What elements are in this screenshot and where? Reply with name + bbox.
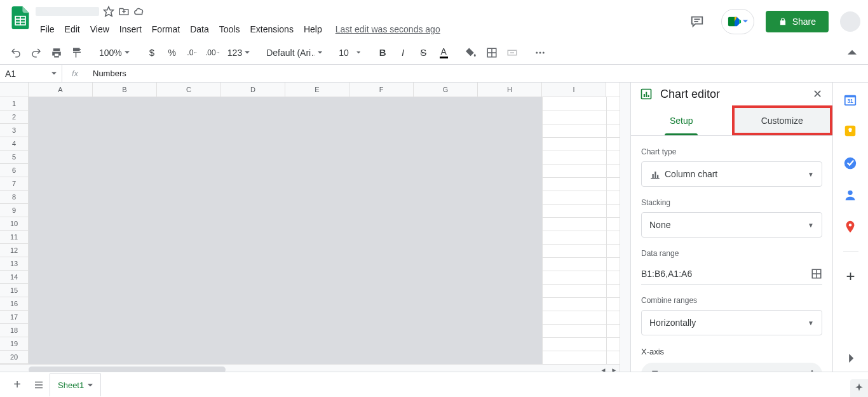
all-sheets-button[interactable] bbox=[28, 374, 50, 396]
row-header[interactable]: 8 bbox=[0, 191, 29, 204]
menu-format[interactable]: Format bbox=[147, 22, 184, 37]
menu-edit[interactable]: Edit bbox=[60, 22, 85, 37]
col-header[interactable]: E bbox=[285, 83, 349, 97]
row-header[interactable]: 6 bbox=[0, 164, 29, 177]
account-avatar[interactable] bbox=[840, 11, 860, 32]
chevron-down-icon[interactable] bbox=[88, 383, 93, 388]
col-header[interactable]: I bbox=[542, 83, 606, 97]
calendar-icon[interactable]: 31 bbox=[843, 93, 858, 108]
fill-color-button[interactable] bbox=[462, 44, 481, 62]
decrease-decimal-button[interactable]: .0← bbox=[183, 44, 202, 62]
data-range-field[interactable] bbox=[641, 263, 822, 285]
paint-format-button[interactable] bbox=[67, 44, 86, 62]
cloud-icon[interactable] bbox=[133, 6, 145, 17]
italic-button[interactable]: I bbox=[393, 44, 412, 62]
move-icon[interactable] bbox=[118, 6, 130, 17]
menu-view[interactable]: View bbox=[86, 22, 114, 37]
borders-button[interactable] bbox=[482, 44, 501, 62]
currency-button[interactable]: $ bbox=[142, 44, 161, 62]
stacking-dropdown[interactable]: None ▼ bbox=[641, 212, 822, 238]
strikethrough-button[interactable]: S bbox=[414, 44, 433, 62]
col-header[interactable]: F bbox=[349, 83, 414, 97]
scroll-right-icon[interactable]: ► bbox=[609, 365, 620, 372]
tasks-icon[interactable] bbox=[843, 156, 858, 172]
star-icon[interactable] bbox=[103, 6, 114, 17]
tab-setup[interactable]: Setup bbox=[631, 105, 732, 135]
sheet-tab[interactable]: Sheet1 bbox=[50, 373, 101, 396]
font-size-dropdown[interactable]: 10 bbox=[335, 44, 364, 62]
scroll-left-icon[interactable]: ◄ bbox=[598, 365, 609, 372]
menu-file[interactable]: File bbox=[36, 22, 59, 37]
chart-object[interactable] bbox=[29, 97, 542, 364]
merge-button[interactable] bbox=[503, 44, 522, 62]
close-button[interactable]: ✕ bbox=[813, 87, 822, 101]
collapse-toolbar-button[interactable] bbox=[843, 44, 862, 62]
row-header[interactable]: 11 bbox=[0, 231, 29, 244]
font-dropdown[interactable]: Default (Ari… bbox=[262, 44, 326, 62]
menu-tools[interactable]: Tools bbox=[215, 22, 245, 37]
row-header[interactable]: 12 bbox=[0, 244, 29, 257]
row-header[interactable]: 3 bbox=[0, 124, 29, 137]
sheets-logo[interactable] bbox=[8, 5, 33, 30]
add-addon-icon[interactable]: + bbox=[843, 269, 858, 284]
more-tools-button[interactable] bbox=[531, 44, 550, 62]
col-header[interactable]: G bbox=[414, 83, 478, 97]
text-color-button[interactable]: A bbox=[434, 44, 453, 62]
data-range-input[interactable] bbox=[641, 269, 811, 279]
row-header[interactable]: 13 bbox=[0, 257, 29, 271]
row-header[interactable]: 17 bbox=[0, 311, 29, 324]
menu-help[interactable]: Help bbox=[299, 22, 327, 37]
number-format-dropdown[interactable]: 123 bbox=[224, 44, 254, 62]
percent-button[interactable]: % bbox=[163, 44, 182, 62]
keep-icon[interactable] bbox=[843, 124, 858, 140]
row-header[interactable]: 5 bbox=[0, 151, 29, 164]
chart-type-dropdown[interactable]: Column chart ▼ bbox=[641, 161, 822, 187]
vertical-scrollbar[interactable] bbox=[620, 83, 630, 372]
redo-button[interactable] bbox=[27, 44, 46, 62]
row-header[interactable]: 4 bbox=[0, 137, 29, 151]
col-header[interactable]: B bbox=[93, 83, 157, 97]
tab-customize[interactable]: Customize bbox=[732, 105, 833, 135]
col-header[interactable]: C bbox=[157, 83, 221, 97]
row-header[interactable]: 18 bbox=[0, 324, 29, 337]
increase-decimal-button[interactable]: .00→ bbox=[203, 44, 222, 62]
row-header[interactable]: 14 bbox=[0, 271, 29, 284]
share-button[interactable]: Share bbox=[766, 11, 829, 32]
print-button[interactable] bbox=[47, 44, 66, 62]
select-all-corner[interactable] bbox=[0, 83, 29, 97]
row-header[interactable]: 20 bbox=[0, 351, 29, 364]
comments-button[interactable] bbox=[684, 9, 710, 34]
combine-dropdown[interactable]: Horizontally ▼ bbox=[641, 310, 822, 335]
name-box[interactable]: A1 bbox=[0, 65, 62, 82]
zoom-dropdown[interactable]: 100% bbox=[95, 44, 133, 62]
last-edit-link[interactable]: Last edit was seconds ago bbox=[336, 24, 440, 34]
undo-button[interactable] bbox=[6, 44, 25, 62]
collapse-rail-button[interactable] bbox=[846, 354, 855, 363]
spreadsheet-grid[interactable]: A B C D E F G H I 1 2 3 4 5 6 7 8 9 10 1… bbox=[0, 83, 620, 372]
col-header[interactable]: A bbox=[29, 83, 93, 97]
row-header[interactable]: 2 bbox=[0, 111, 29, 124]
bold-button[interactable]: B bbox=[373, 44, 392, 62]
row-header[interactable]: 1 bbox=[0, 97, 29, 111]
row-header[interactable]: 9 bbox=[0, 204, 29, 217]
xaxis-chip[interactable]: Alphabets bbox=[641, 363, 822, 372]
row-header[interactable]: 19 bbox=[0, 337, 29, 351]
row-header[interactable]: 10 bbox=[0, 217, 29, 231]
select-range-button[interactable] bbox=[811, 268, 822, 279]
row-header[interactable]: 15 bbox=[0, 284, 29, 297]
contacts-icon[interactable] bbox=[843, 188, 858, 203]
row-header[interactable]: 7 bbox=[0, 177, 29, 191]
col-header[interactable]: D bbox=[221, 83, 285, 97]
explore-button[interactable] bbox=[850, 379, 868, 397]
add-sheet-button[interactable]: + bbox=[6, 374, 28, 396]
horizontal-scrollbar[interactable]: ◄ ► bbox=[0, 364, 620, 372]
meet-button[interactable] bbox=[721, 9, 754, 34]
menu-insert[interactable]: Insert bbox=[115, 22, 146, 37]
menu-extensions[interactable]: Extensions bbox=[245, 22, 297, 37]
row-header[interactable]: 16 bbox=[0, 297, 29, 311]
formula-input[interactable] bbox=[88, 69, 868, 78]
maps-icon[interactable] bbox=[843, 220, 858, 235]
doc-title[interactable] bbox=[36, 7, 99, 16]
col-header[interactable]: H bbox=[478, 83, 542, 97]
menu-data[interactable]: Data bbox=[186, 22, 214, 37]
